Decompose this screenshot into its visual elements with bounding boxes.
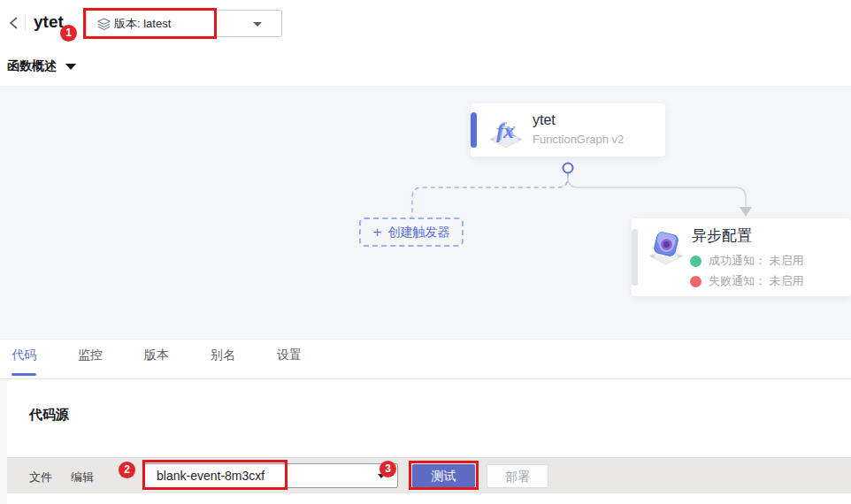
menu-file[interactable]: 文件 <box>29 470 52 485</box>
tab-bar: 代码 监控 版本 别名 设置 <box>0 339 851 379</box>
functiongraph-fx-icon: fx fx <box>487 111 525 153</box>
flow-canvas: fx fx ytet FunctionGraph v2 + 创建触发器 <box>0 86 851 339</box>
header: ytet 版本: latest <box>0 0 851 46</box>
editor-toolbar: 文件 编辑 blank-event-8m3cxf 测试 部署 <box>7 457 851 493</box>
tab-versions[interactable]: 版本 <box>144 347 169 363</box>
function-card-title: ytet <box>533 112 556 128</box>
success-notify-status: 成功通知： 未启用 <box>690 253 804 269</box>
divider <box>25 14 26 31</box>
async-card-title: 异步配置 <box>692 225 752 246</box>
tab-code[interactable]: 代码 <box>12 347 36 363</box>
arrow-down-icon <box>740 207 752 217</box>
function-card-subtitle: FunctionGraph v2 <box>533 133 624 146</box>
chevron-down-icon <box>253 22 262 27</box>
function-card-accent <box>471 112 477 148</box>
chevron-left-icon <box>7 14 21 32</box>
version-dropdown[interactable]: 版本: latest <box>86 10 282 37</box>
async-config-card[interactable]: 异步配置 成功通知： 未启用 失败通知： 未启用 <box>632 218 851 296</box>
test-event-value: blank-event-8m3cxf <box>157 464 264 487</box>
overview-toggle[interactable]: 函数概述 <box>7 58 57 74</box>
async-config-icon <box>646 225 686 270</box>
version-label: 版本: latest <box>114 11 171 36</box>
flow-connectors <box>0 86 851 339</box>
success-notify-label: 成功通知： 未启用 <box>709 253 804 269</box>
code-source-heading: 代码源 <box>29 407 69 424</box>
test-event-select[interactable]: blank-event-8m3cxf <box>144 463 398 488</box>
connector-node <box>564 164 573 173</box>
functiongraph-console: ytet 版本: latest 函数概述 <box>0 0 851 504</box>
test-button[interactable]: 测试 <box>412 464 475 488</box>
green-dot-icon <box>690 256 702 267</box>
red-dot-icon <box>690 276 702 287</box>
deploy-button[interactable]: 部署 <box>487 464 548 488</box>
async-card-accent <box>632 229 638 286</box>
create-trigger-label: 创建触发器 <box>387 225 449 241</box>
back-button[interactable] <box>7 14 21 32</box>
overview-row: 函数概述 <box>0 46 851 86</box>
menu-edit[interactable]: 编辑 <box>71 470 94 485</box>
function-title: ytet <box>34 12 64 32</box>
caret-down-icon <box>378 474 385 478</box>
svg-text:fx: fx <box>496 119 514 142</box>
code-panel: 代码源 文件 编辑 blank-event-8m3cxf 测试 部署 <box>7 380 851 504</box>
version-layers-icon <box>97 18 111 34</box>
triangle-down-icon[interactable] <box>65 64 76 70</box>
fail-notify-label: 失败通知： 未启用 <box>709 273 804 289</box>
tab-settings[interactable]: 设置 <box>277 347 302 363</box>
create-trigger-button[interactable]: + 创建触发器 <box>359 218 464 247</box>
function-card[interactable]: fx fx ytet FunctionGraph v2 <box>471 103 665 157</box>
tab-aliases[interactable]: 别名 <box>211 347 235 363</box>
plus-icon: + <box>373 225 382 240</box>
fail-notify-status: 失败通知： 未启用 <box>690 273 804 289</box>
tab-monitoring[interactable]: 监控 <box>78 347 103 363</box>
